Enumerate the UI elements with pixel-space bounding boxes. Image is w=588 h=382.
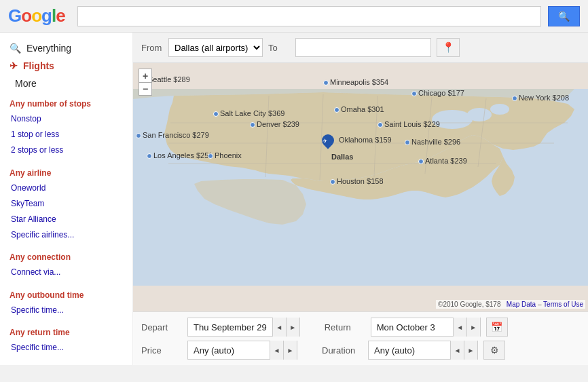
price-prev-button[interactable]: ◄ bbox=[270, 341, 283, 360]
city-houston[interactable]: Houston $158 bbox=[330, 177, 384, 185]
map-controls: + − bbox=[139, 69, 152, 96]
sidebar-section-return-time: Any return time Specific time... bbox=[0, 321, 132, 358]
sidebar-more-label: More bbox=[15, 78, 37, 89]
city-phoenix[interactable]: Phoenix bbox=[208, 151, 242, 159]
svg-point-5 bbox=[467, 108, 492, 121]
duration-value: Any (auto) bbox=[369, 341, 450, 359]
city-sanfrancisco-label: San Francisco $279 bbox=[143, 131, 209, 139]
terms-link[interactable]: Terms of Use bbox=[543, 301, 583, 308]
city-denver[interactable]: Denver $239 bbox=[250, 120, 299, 128]
duration-selector: Any (auto) ◄ ► bbox=[368, 341, 478, 360]
search-button[interactable]: 🔍 bbox=[548, 6, 580, 26]
price-duration-row: Price Any (auto) ◄ ► Duration Any (auto)… bbox=[141, 341, 580, 360]
airline-star-alliance[interactable]: Star Alliance bbox=[10, 212, 123, 227]
from-select[interactable]: Dallas (all airports) bbox=[169, 38, 262, 57]
city-omaha-label: Omaha $301 bbox=[341, 105, 384, 113]
calendar-button[interactable]: 📅 bbox=[486, 318, 508, 337]
city-seattle-label: Seattle $289 bbox=[148, 75, 190, 83]
city-chicago-label: Chicago $177 bbox=[418, 89, 464, 97]
depart-selector: Thu September 29 ◄ ► bbox=[187, 318, 300, 337]
outbound-section-title: Any outbound time bbox=[10, 290, 123, 300]
from-select-wrapper: Dallas (all airports) bbox=[168, 38, 263, 57]
city-saintlouis-label: Saint Louis $229 bbox=[384, 120, 440, 128]
city-chicago[interactable]: Chicago $177 bbox=[411, 89, 464, 97]
return-time-section-title: Any return time bbox=[10, 328, 123, 337]
main-layout: 🔍 Everything ✈ Flights More Any number o… bbox=[0, 33, 588, 365]
city-atlanta-label: Atlanta $239 bbox=[425, 157, 467, 165]
city-saltlake[interactable]: Salt Lake City $369 bbox=[213, 109, 284, 117]
city-denver-label: Denver $239 bbox=[257, 120, 299, 128]
return-next-button[interactable]: ► bbox=[466, 318, 480, 337]
search-input[interactable] bbox=[77, 6, 541, 26]
price-value: Any (auto) bbox=[188, 341, 270, 359]
sidebar-section-outbound: Any outbound time Specific time... bbox=[0, 284, 132, 321]
city-atlanta[interactable]: Atlanta $239 bbox=[418, 157, 467, 165]
return-time-specific[interactable]: Specific time... bbox=[10, 340, 123, 356]
map-area[interactable]: + − Seattle $289 Minneapolis $354 Chicag… bbox=[133, 63, 588, 311]
settings-button[interactable]: ⚙ bbox=[483, 341, 505, 360]
price-next-button[interactable]: ► bbox=[283, 341, 297, 360]
airline-specific[interactable]: Specific airlines... bbox=[10, 227, 123, 243]
city-losangeles-label: Los Angeles $251 bbox=[153, 151, 213, 159]
depart-value: Thu September 29 bbox=[188, 318, 272, 336]
search-icon: 🔍 bbox=[558, 11, 570, 22]
map-data-link[interactable]: Map Data bbox=[507, 301, 536, 308]
airline-oneworld[interactable]: Oneworld bbox=[10, 180, 123, 196]
city-newyork-label: New York $208 bbox=[519, 94, 569, 102]
sidebar-item-everything[interactable]: 🔍 Everything bbox=[0, 39, 132, 57]
stops-section-title: Any number of stops bbox=[10, 99, 123, 109]
city-losangeles[interactable]: Los Angeles $251 bbox=[147, 151, 213, 159]
from-to-bar: From Dallas (all airports) To 📍 bbox=[133, 33, 588, 63]
airline-section-title: Any airline bbox=[10, 168, 123, 178]
top-bar: Google 🔍 bbox=[0, 0, 588, 33]
city-newyork[interactable]: New York $208 bbox=[512, 94, 569, 102]
from-label: From bbox=[141, 43, 163, 53]
duration-next-button[interactable]: ► bbox=[464, 341, 477, 360]
stops-2[interactable]: 2 stops or less bbox=[10, 142, 123, 158]
duration-label: Duration bbox=[322, 345, 363, 356]
sidebar: 🔍 Everything ✈ Flights More Any number o… bbox=[0, 33, 133, 365]
city-phoenix-label: Phoenix bbox=[215, 151, 242, 159]
search-icon: 🔍 bbox=[10, 43, 21, 54]
settings-icon: ⚙ bbox=[490, 345, 499, 356]
price-selector: Any (auto) ◄ ► bbox=[187, 341, 297, 360]
connection-section-title: Any connection bbox=[10, 252, 123, 262]
calendar-icon: 📅 bbox=[491, 322, 502, 332]
outbound-specific-time[interactable]: Specific time... bbox=[10, 303, 123, 318]
sidebar-item-flights[interactable]: ✈ Flights bbox=[0, 57, 132, 75]
content-area: From Dallas (all airports) To 📍 bbox=[133, 33, 588, 365]
city-minneapolis[interactable]: Minneapolis $354 bbox=[323, 78, 388, 86]
connection-connect-via[interactable]: Connect via... bbox=[10, 265, 123, 280]
depart-return-row: Depart Thu September 29 ◄ ► Return Mon O… bbox=[141, 318, 580, 337]
stops-nonstop[interactable]: Nonstop bbox=[10, 111, 123, 127]
city-saltlake-label: Salt Lake City $369 bbox=[220, 109, 284, 117]
stops-1[interactable]: 1 stop or less bbox=[10, 127, 123, 142]
sidebar-flights-label: Flights bbox=[23, 60, 54, 71]
svg-point-6 bbox=[490, 104, 509, 115]
airline-skyteam[interactable]: SkyTeam bbox=[10, 196, 123, 212]
city-dallas[interactable]: Dallas bbox=[331, 153, 353, 161]
sidebar-item-more[interactable]: More bbox=[0, 75, 132, 92]
depart-next-button[interactable]: ► bbox=[286, 318, 299, 337]
city-dallas-label: Dallas bbox=[331, 153, 353, 161]
city-sanfrancisco[interactable]: San Francisco $279 bbox=[136, 131, 209, 139]
city-houston-label: Houston $158 bbox=[337, 177, 384, 185]
city-nashville[interactable]: Nashville $296 bbox=[405, 138, 460, 146]
return-value: Mon October 3 bbox=[371, 318, 453, 336]
duration-prev-button[interactable]: ◄ bbox=[450, 341, 464, 360]
depart-prev-button[interactable]: ◄ bbox=[272, 318, 286, 337]
to-input[interactable] bbox=[295, 38, 431, 57]
city-omaha[interactable]: Omaha $301 bbox=[334, 105, 384, 113]
city-oklahoma[interactable]: ✈ Oklahoma $159 bbox=[322, 134, 392, 147]
map-pin-button[interactable]: 📍 bbox=[437, 38, 460, 57]
depart-label: Depart bbox=[141, 322, 182, 332]
city-minneapolis-label: Minneapolis $354 bbox=[330, 78, 388, 86]
zoom-out-button[interactable]: − bbox=[139, 82, 152, 96]
price-label: Price bbox=[141, 345, 182, 356]
zoom-in-button[interactable]: + bbox=[139, 69, 152, 82]
return-prev-button[interactable]: ◄ bbox=[453, 318, 466, 337]
map-attribution: ©2010 Google, $178 Map Data – Terms of U… bbox=[436, 300, 585, 309]
city-saintlouis[interactable]: Saint Louis $229 bbox=[378, 120, 440, 128]
sidebar-everything-label: Everything bbox=[26, 43, 71, 54]
return-label: Return bbox=[325, 322, 365, 332]
